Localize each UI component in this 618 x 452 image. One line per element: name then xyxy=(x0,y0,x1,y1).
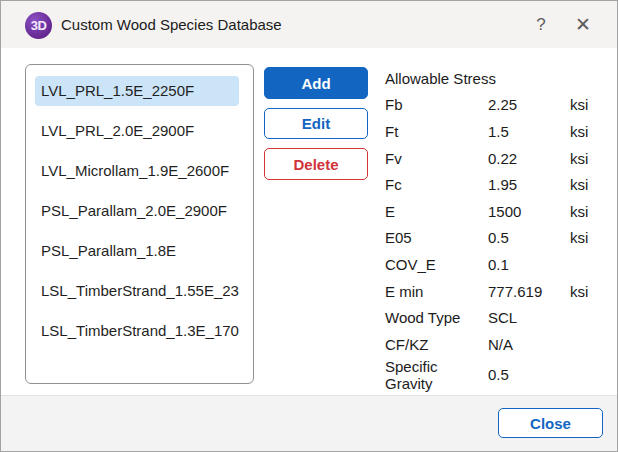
window-close-icon[interactable]: ✕ xyxy=(563,1,603,48)
property-row: COV_E 0.1 xyxy=(385,251,611,278)
property-unit: ksi xyxy=(570,96,611,113)
property-row: CF/KZ N/A xyxy=(385,331,611,358)
list-item[interactable]: LVL_PRL_1.5E_2250F xyxy=(35,76,239,106)
property-label: E min xyxy=(385,283,488,300)
property-row: E05 0.5 ksi xyxy=(385,225,611,252)
properties-header-label: Allowable Stress xyxy=(385,70,611,87)
species-listbox: LVL_PRL_1.5E_2250F LVL_PRL_2.0E_2900F LV… xyxy=(25,64,254,384)
property-value: N/A xyxy=(488,336,570,353)
edit-button[interactable]: Edit xyxy=(264,108,368,139)
property-row: Fc 1.95 ksi xyxy=(385,171,611,198)
property-row: E min 777.619 ksi xyxy=(385,278,611,305)
property-label: Ft xyxy=(385,123,488,140)
list-item[interactable]: PSL_Parallam_1.8E xyxy=(35,236,239,266)
list-item[interactable]: PSL_Parallam_2.0E_2900F xyxy=(35,196,239,226)
list-item[interactable]: LVL_PRL_2.0E_2900F xyxy=(35,116,239,146)
property-label: Fc xyxy=(385,176,488,193)
property-row: Fb 2.25 ksi xyxy=(385,92,611,119)
property-row: Fv 0.22 ksi xyxy=(385,145,611,172)
property-row: Ft 1.5 ksi xyxy=(385,118,611,145)
close-button[interactable]: Close xyxy=(498,408,603,438)
dialog-title: Custom Wood Species Database xyxy=(61,1,282,48)
title-bar: 3D Custom Wood Species Database ? ✕ xyxy=(1,1,617,48)
property-unit: ksi xyxy=(570,150,611,167)
property-label: Fv xyxy=(385,150,488,167)
list-item[interactable]: LSL_TimberStrand_1.3E_1700F xyxy=(35,316,239,346)
property-value: 777.619 xyxy=(488,283,570,300)
property-label: Specific Gravity xyxy=(385,358,488,392)
app-3d-logo-icon: 3D xyxy=(25,12,52,39)
custom-wood-species-dialog: 3D Custom Wood Species Database ? ✕ LVL_… xyxy=(0,0,618,452)
list-item[interactable]: LSL_TimberStrand_1.55E_232... xyxy=(35,276,239,306)
property-value: 1.5 xyxy=(488,123,570,140)
delete-button[interactable]: Delete xyxy=(264,148,368,180)
property-label: Wood Type xyxy=(385,309,488,326)
property-row: Specific Gravity 0.5 xyxy=(385,358,611,385)
properties-header: Allowable Stress xyxy=(385,65,611,92)
help-button[interactable]: ? xyxy=(521,1,561,48)
property-unit: ksi xyxy=(570,283,611,300)
property-label: E05 xyxy=(385,229,488,246)
property-value: 0.5 xyxy=(488,366,570,383)
property-value: 2.25 xyxy=(488,96,570,113)
property-label: COV_E xyxy=(385,256,488,273)
property-value: 0.5 xyxy=(488,229,570,246)
property-value: 0.22 xyxy=(488,150,570,167)
property-value: 0.1 xyxy=(488,256,570,273)
property-label: CF/KZ xyxy=(385,336,488,353)
property-row: E 1500 ksi xyxy=(385,198,611,225)
add-button[interactable]: Add xyxy=(264,67,368,99)
property-value: 1.95 xyxy=(488,176,570,193)
property-unit: ksi xyxy=(570,229,611,246)
property-label: E xyxy=(385,203,488,220)
property-value: 1500 xyxy=(488,203,570,220)
property-label: Fb xyxy=(385,96,488,113)
property-unit: ksi xyxy=(570,203,611,220)
property-row: Wood Type SCL xyxy=(385,304,611,331)
property-unit: ksi xyxy=(570,123,611,140)
property-unit: ksi xyxy=(570,176,611,193)
list-item[interactable]: LVL_Microllam_1.9E_2600F xyxy=(35,156,239,186)
property-value: SCL xyxy=(488,309,570,326)
properties-panel: Allowable Stress Fb 2.25 ksi Ft 1.5 ksi … xyxy=(385,65,611,384)
